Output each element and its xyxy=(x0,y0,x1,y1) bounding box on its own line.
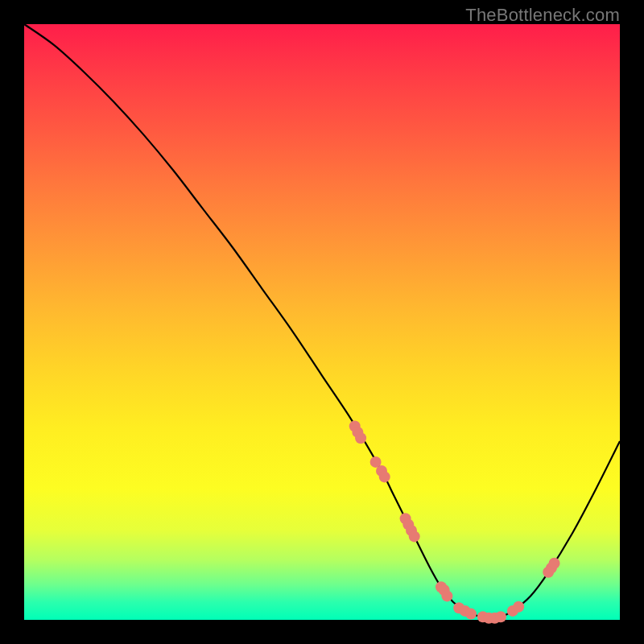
data-marker xyxy=(409,530,420,542)
data-marker xyxy=(465,609,477,620)
curve-line xyxy=(24,24,620,618)
chart-stage: TheBottleneck.com xyxy=(0,0,644,644)
data-marker xyxy=(355,432,366,444)
data-marker xyxy=(495,611,506,622)
data-marker xyxy=(441,590,452,601)
data-marker xyxy=(379,471,390,482)
watermark-text: TheBottleneck.com xyxy=(465,5,620,26)
data-marker xyxy=(549,558,560,569)
data-marker xyxy=(513,601,524,613)
chart-overlay xyxy=(24,24,620,620)
marker-group xyxy=(349,421,560,624)
